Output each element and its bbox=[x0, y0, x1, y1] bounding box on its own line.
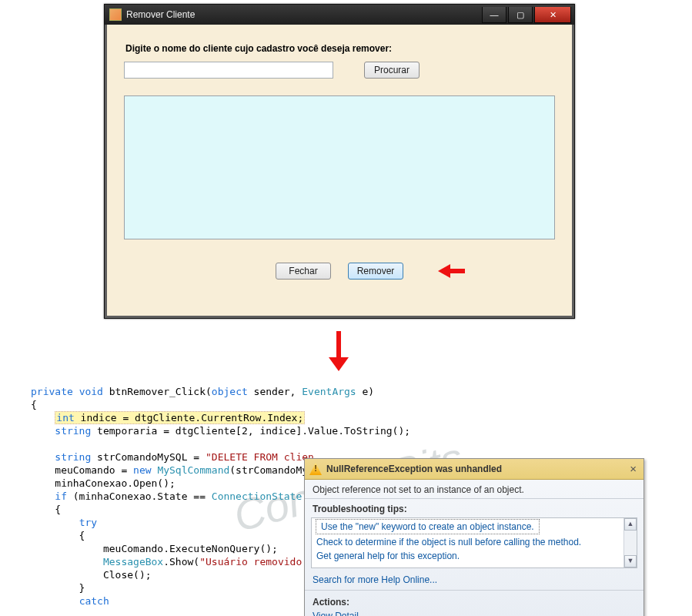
code-token bbox=[31, 517, 79, 528]
code-token: private bbox=[31, 386, 73, 397]
maximize-button[interactable]: ▢ bbox=[508, 7, 533, 23]
minimize-button[interactable]: — bbox=[482, 7, 506, 23]
code-token: indice = dtgCliente.CurrentRow.Index; bbox=[75, 412, 303, 424]
results-grid[interactable] bbox=[124, 95, 555, 239]
remover-cliente-window: Remover Cliente — ▢ ✕ Digite o nome do c… bbox=[104, 4, 575, 319]
code-token bbox=[31, 490, 55, 502]
code-token: ConnectionState bbox=[212, 490, 302, 502]
app-icon bbox=[109, 8, 122, 21]
code-token: try bbox=[79, 517, 97, 528]
code-token: e) bbox=[356, 386, 374, 397]
code-token: { bbox=[31, 530, 85, 541]
code-token bbox=[31, 451, 55, 463]
remover-button[interactable]: Remover bbox=[348, 263, 403, 280]
exception-popup: NullReferenceException was unhandled × O… bbox=[304, 458, 644, 616]
cliente-name-input[interactable] bbox=[124, 62, 333, 79]
code-token bbox=[31, 556, 103, 567]
code-token: int bbox=[56, 412, 74, 424]
code-token: new bbox=[133, 464, 151, 476]
code-token: if bbox=[55, 490, 67, 502]
code-token: catch bbox=[79, 595, 109, 607]
fechar-button[interactable]: Fechar bbox=[276, 263, 331, 280]
code-token: (strComandoMyS bbox=[229, 464, 314, 476]
exception-close-button[interactable]: × bbox=[627, 464, 639, 474]
code-token: btnRemover_Click( bbox=[103, 386, 212, 397]
code-token: .Show( bbox=[163, 556, 199, 567]
code-token: { bbox=[31, 504, 61, 515]
tip-link[interactable]: Get general help for this exception. bbox=[312, 549, 637, 563]
code-token bbox=[31, 425, 55, 437]
code-token: MySqlCommand bbox=[157, 464, 229, 476]
exception-header: NullReferenceException was unhandled × bbox=[305, 459, 644, 480]
code-token bbox=[31, 412, 55, 424]
search-help-link[interactable]: Search for more Help Online... bbox=[305, 573, 644, 588]
procurar-button[interactable]: Procurar bbox=[364, 62, 420, 79]
exception-title: NullReferenceException was unhandled bbox=[326, 464, 627, 474]
scroll-up-icon[interactable]: ▲ bbox=[624, 518, 637, 531]
code-token: string bbox=[55, 425, 91, 437]
code-token: (minhaConexao.State == bbox=[67, 490, 212, 502]
code-token: MessageBox bbox=[103, 556, 163, 567]
actions-heading: Actions: bbox=[305, 592, 644, 609]
code-token: minhaConexao.Open(); bbox=[31, 477, 176, 489]
code-token: { bbox=[31, 399, 37, 410]
annotation-arrow-down-icon bbox=[331, 331, 346, 373]
annotation-arrow-left-icon bbox=[431, 266, 466, 276]
code-token: EventArgs bbox=[302, 386, 356, 397]
tip-link[interactable]: Use the "new" keyword to create an objec… bbox=[316, 520, 539, 534]
window-title: Remover Cliente bbox=[126, 9, 480, 20]
code-token: Close(); bbox=[31, 569, 152, 581]
warning-icon bbox=[309, 463, 322, 475]
window-close-button[interactable]: ✕ bbox=[534, 7, 571, 23]
code-token: strComandoMySQL = bbox=[91, 451, 206, 463]
prompt-label: Digite o nome do cliente cujo cadastro v… bbox=[125, 43, 555, 54]
code-token: temporaria = dtgCliente[2, indice].Value… bbox=[91, 425, 410, 437]
tips-heading: Troubleshooting tips: bbox=[305, 499, 644, 516]
code-token: } bbox=[31, 582, 85, 594]
titlebar[interactable]: Remover Cliente — ▢ ✕ bbox=[105, 5, 574, 25]
scroll-down-icon[interactable]: ▼ bbox=[624, 555, 637, 567]
exception-description: Object reference not set to an instance … bbox=[305, 480, 644, 499]
code-token: meuComando.ExecuteNonQuery(); bbox=[31, 543, 278, 554]
code-token: void bbox=[79, 386, 103, 397]
code-token: sender, bbox=[248, 386, 302, 397]
tips-scrollbar[interactable]: ▲ ▼ bbox=[623, 518, 637, 567]
code-token: meuComando = bbox=[31, 464, 133, 476]
code-token: string bbox=[55, 451, 91, 463]
code-token: "DELETE FROM clien bbox=[206, 451, 314, 463]
divider bbox=[305, 590, 644, 591]
tips-list: Use the "new" keyword to create an objec… bbox=[311, 517, 637, 568]
code-token: object bbox=[212, 386, 248, 397]
tip-link[interactable]: Check to determine if the object is null… bbox=[312, 535, 637, 549]
code-token: "Usuário removido c bbox=[199, 556, 314, 567]
code-token bbox=[31, 595, 79, 607]
view-detail-link[interactable]: View Detail... bbox=[305, 609, 644, 616]
